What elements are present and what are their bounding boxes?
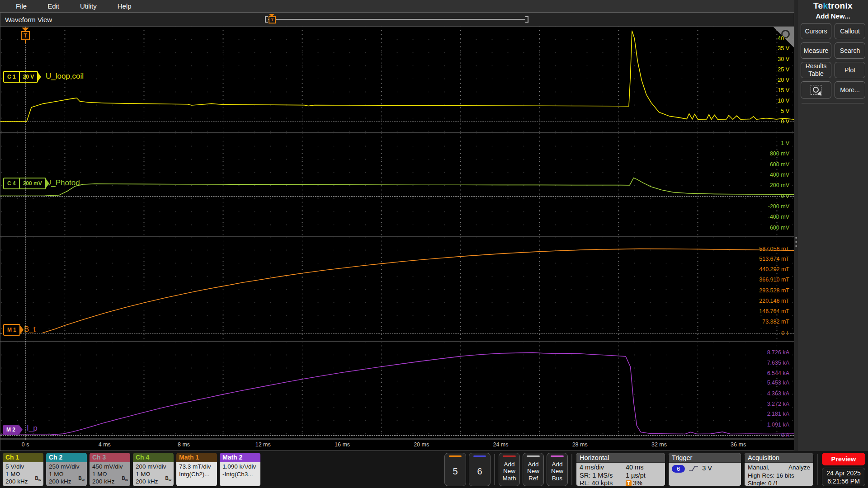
- axis-label-ch4: 400 mV: [770, 172, 789, 178]
- channel-badge-ch1[interactable]: C 120 V: [3, 71, 38, 83]
- bottom-spacer: [263, 453, 442, 486]
- axis-label-ch1: 0 V: [781, 118, 789, 125]
- trigger-panel[interactable]: Trigger63 V: [668, 453, 741, 486]
- axis-label-ch1: 10 V: [778, 98, 789, 104]
- button-add-new-bus[interactable]: Add New Bus: [547, 453, 568, 486]
- menu-item-utility[interactable]: Utility: [70, 2, 107, 10]
- channel-badge-header: Ch 4: [133, 453, 174, 462]
- panel-splitter[interactable]: [794, 12, 798, 451]
- time-axis-label: 24 ms: [493, 441, 508, 448]
- menu-item-edit[interactable]: Edit: [37, 2, 70, 10]
- bandwidth-icon: Bw: [165, 475, 171, 484]
- time-axis-label: 12 ms: [255, 441, 271, 448]
- horizontal-value-text: 40 ms: [626, 464, 644, 472]
- waveform-view: Waveform View T 40 V35 V30 V25 V20 V15 V…: [0, 12, 794, 451]
- menu-bar: FileEditUtilityHelp: [0, 0, 794, 12]
- sidebar-button-measure[interactable]: Measure: [801, 42, 831, 59]
- acquisition-panel[interactable]: AcquisitionManual,AnalyzeHigh Res: 16 bi…: [744, 453, 814, 486]
- datetime-box: 24 Apr 2025 6:21:56 PM: [822, 468, 865, 486]
- trace-ch4: [0, 133, 794, 236]
- trigger-flag[interactable]: T: [21, 28, 30, 43]
- zoom-select-button[interactable]: [801, 81, 831, 99]
- rising-edge-icon: [689, 465, 698, 473]
- waveform-view-title: Waveform View: [0, 16, 52, 23]
- axis-label-math2: 4.363 kA: [767, 390, 789, 397]
- waveform-label-math2[interactable]: I_p: [27, 423, 38, 434]
- sidebar-button-plot[interactable]: Plot: [835, 62, 865, 78]
- channel-badge-header: Ch 3: [90, 453, 130, 462]
- channel-setting: 1.090 kA/div: [222, 463, 258, 471]
- channel-badge-math-1[interactable]: Math 173.3 mT/divIntg(Ch2)...: [176, 453, 217, 486]
- channel-button-6[interactable]: 6: [469, 453, 491, 486]
- pan-strip-line: [268, 19, 525, 20]
- channel-badge-ch-3[interactable]: Ch 3450 mV/div1 MΩ200 kHzBw: [90, 453, 130, 486]
- channel-setting: 450 mV/div: [92, 463, 128, 471]
- time-axis-label: 36 ms: [731, 441, 746, 448]
- axis-label-ch1: 35 V: [778, 45, 789, 52]
- menu-item-help[interactable]: Help: [107, 2, 142, 10]
- channel-badge-ch4[interactable]: C 4200 mV: [3, 178, 46, 189]
- channel-badge-ch-1[interactable]: Ch 15 V/div1 MΩ200 kHzBw: [3, 453, 43, 486]
- channel-badge-body: 450 mV/div1 MΩ200 kHzBw: [90, 462, 130, 486]
- sidebar-button-results-table[interactable]: Results Table: [801, 62, 831, 78]
- channel-badge-math-2[interactable]: Math 21.090 kA/div-Intg(Ch3...: [220, 453, 260, 486]
- acquisition-panel-body: Manual,AnalyzeHigh Res: 16 bitsSingle: 0…: [745, 463, 813, 486]
- horizontal-row: RL: 40 kptsT3%: [580, 479, 662, 486]
- more-button[interactable]: More...: [835, 81, 865, 99]
- waveform-label-ch4[interactable]: U_Photod: [46, 178, 80, 188]
- menu-item-file[interactable]: File: [5, 2, 37, 10]
- channel-badge-math1[interactable]: M 1: [3, 324, 20, 336]
- sidebar-button-search[interactable]: Search: [835, 42, 865, 59]
- button-add-new-ref[interactable]: Add New Ref: [523, 453, 544, 486]
- channel-badge-ch-2[interactable]: Ch 2250 mV/div1 MΩ200 kHzBw: [46, 453, 87, 486]
- channel-badge-math2[interactable]: M 2: [3, 425, 19, 435]
- trigger-position-marker[interactable]: T: [269, 14, 275, 23]
- channel-badge-ch-4[interactable]: Ch 4200 mV/div1 MΩ200 kHzBw: [133, 453, 174, 486]
- add-new-button-grid: CursorsCalloutMeasureSearchResults Table…: [801, 23, 865, 78]
- waveform-region-math1: 587.056 mT513.674 mT440.292 mT366.910 mT…: [0, 237, 794, 342]
- horizontal-value: 40 ms: [626, 464, 662, 472]
- trace-math1: [0, 237, 794, 341]
- channel-button-5[interactable]: 5: [444, 453, 466, 486]
- trigger-level-value: 3 V: [702, 465, 712, 473]
- axis-label-ch4: 0 V: [781, 193, 789, 199]
- date-label: 24 Apr 2025: [826, 469, 861, 477]
- badge-cell: M 2: [3, 425, 19, 435]
- waveform-label-math1[interactable]: B_t: [24, 324, 36, 335]
- trigger-flag-tail: [25, 40, 26, 43]
- axis-label-math1: 0 T: [781, 330, 789, 336]
- button-add-new-math[interactable]: Add New Math: [499, 453, 520, 486]
- waveform-label-ch1[interactable]: U_loop,coil: [46, 71, 84, 82]
- zoom-select-icon: [811, 85, 821, 95]
- axis-label-ch1: 15 V: [778, 87, 789, 94]
- axis-label-ch1: 30 V: [778, 56, 789, 62]
- channel-badge-body: 250 mV/div1 MΩ200 kHzBw: [46, 462, 87, 486]
- axis-label-ch4: 200 mV: [770, 182, 789, 188]
- waveform-region-math2: 8.726 kA7.635 kA6.544 kA5.453 kA4.363 kA…: [0, 342, 794, 440]
- sidebar-button-callout[interactable]: Callout: [835, 23, 865, 39]
- horizontal-value: 1 µs/pt: [626, 472, 662, 480]
- axis-label-math1: 293.528 mT: [759, 287, 789, 294]
- acquisition-value: Analyze: [788, 464, 810, 472]
- pan-strip-left-bracket: [265, 16, 268, 23]
- pan-zoom-strip[interactable]: T: [265, 16, 528, 23]
- separator: [494, 454, 495, 485]
- sidebar-button-cursors[interactable]: Cursors: [801, 23, 831, 39]
- trigger-flag-t-icon: T: [21, 31, 30, 40]
- trigger-source-badge: 6: [672, 465, 685, 473]
- channel-badge-header: Ch 2: [46, 453, 87, 462]
- acquisition-panel-title: Acquisition: [745, 453, 813, 463]
- plot-area[interactable]: 40 V35 V30 V25 V20 V15 V10 V5 V0 VC 120 …: [0, 27, 794, 450]
- waveform-view-titlebar: Waveform View T: [0, 13, 794, 27]
- horizontal-value: RL: 40 kpts: [580, 479, 626, 486]
- axis-label-math2: 1.091 kA: [767, 422, 789, 428]
- preview-button[interactable]: Preview: [822, 453, 865, 465]
- zoom-select-lens-icon: [813, 87, 819, 93]
- horizontal-panel[interactable]: Horizontal4 ms/div40 msSR: 1 MS/s1 µs/pt…: [576, 453, 665, 486]
- axis-label-math1: 366.910 mT: [759, 277, 789, 283]
- axis-label-math1: 440.292 mT: [759, 266, 789, 272]
- axis-label-ch4: -200 mV: [768, 203, 789, 210]
- badge-tip-icon: [37, 71, 41, 82]
- axis-label-math2: 7.635 kA: [767, 360, 789, 366]
- trigger-row: 63 V: [672, 465, 738, 473]
